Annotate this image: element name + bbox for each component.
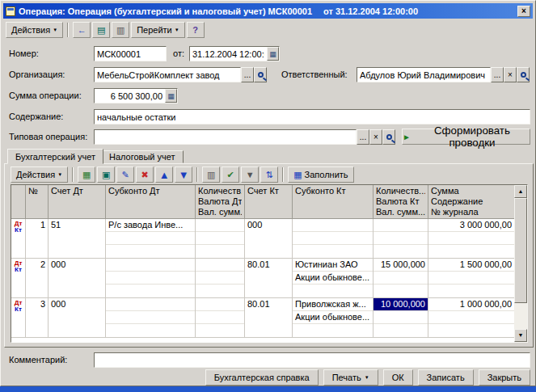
- amount-input[interactable]: [95, 89, 165, 103]
- responsible-clear-button[interactable]: ×: [504, 67, 517, 82]
- close-button[interactable]: Закрыть: [479, 369, 530, 386]
- actions-button[interactable]: Действия ▼: [6, 22, 63, 38]
- grid-actions-label: Действия: [16, 170, 55, 179]
- move-down-icon: ▼: [179, 169, 189, 181]
- back-button[interactable]: ←: [73, 22, 91, 38]
- col-qty-kt[interactable]: Количеств...Валюта КтВал. сумм...: [374, 185, 428, 219]
- move-down-button[interactable]: ▼: [175, 166, 192, 183]
- organization-input[interactable]: [94, 67, 241, 82]
- cell-num[interactable]: 2: [26, 259, 49, 297]
- journal-button[interactable]: ▤: [92, 22, 110, 38]
- col-num[interactable]: №: [26, 185, 49, 219]
- typical-choose-button[interactable]: ...: [357, 129, 369, 145]
- window-icon: [6, 6, 15, 16]
- toolbar-separator: [282, 167, 284, 182]
- cell-qty-dt[interactable]: [196, 259, 245, 297]
- scrollbar-thumb[interactable]: [514, 198, 527, 303]
- print-label: Печать: [332, 373, 361, 382]
- cell-qty-kt[interactable]: [374, 219, 428, 258]
- print-button[interactable]: Печать ▼: [323, 369, 378, 386]
- typical-operation-label: Типовая операция:: [9, 129, 87, 145]
- save-button[interactable]: Записать: [418, 369, 474, 386]
- generate-postings-button[interactable]: ► Сформировать проводки: [402, 129, 530, 145]
- col-sub-dt[interactable]: Субконто Дт: [106, 185, 196, 219]
- cell-qty-kt[interactable]: 15 000,000: [374, 259, 428, 297]
- comment-input[interactable]: [94, 352, 530, 368]
- edit-row-icon: ✎: [122, 170, 129, 180]
- scroll-down-icon[interactable]: ▼: [514, 329, 527, 342]
- cell-sub-kt[interactable]: Приволжская ж...Акции обыкнове...: [293, 298, 374, 337]
- fill-button[interactable]: ▦ Заполнить: [288, 166, 353, 183]
- ok-button[interactable]: ОК: [383, 369, 413, 386]
- interval-button[interactable]: ▥: [202, 166, 220, 183]
- cell-qty-dt[interactable]: [196, 298, 245, 337]
- col-acct-kt[interactable]: Счет Кт: [245, 185, 293, 219]
- tab-tax[interactable]: Налоговый учет: [101, 150, 184, 163]
- check-button[interactable]: ✔: [222, 166, 239, 183]
- col-acct-dt[interactable]: Счет Дт: [49, 185, 106, 219]
- journal-icon: ▤: [97, 25, 105, 36]
- magnifier-icon: [258, 72, 264, 78]
- typical-open-button[interactable]: [382, 129, 395, 145]
- help-button[interactable]: ?: [187, 22, 205, 38]
- cell-acct-dt[interactable]: 51: [49, 219, 106, 258]
- date-input[interactable]: [190, 47, 267, 61]
- cell-acct-dt[interactable]: 000: [49, 298, 106, 337]
- cell-qty-kt[interactable]: 10 000,000: [374, 298, 428, 337]
- cell-acct-kt[interactable]: 000: [245, 219, 293, 258]
- organization-choose-button[interactable]: ...: [241, 67, 254, 82]
- postings-button[interactable]: ▥: [112, 22, 129, 38]
- cell-acct-kt[interactable]: 80.01: [245, 298, 293, 337]
- content-input[interactable]: [94, 109, 530, 124]
- add-row-button[interactable]: ▦: [78, 166, 95, 183]
- filter-button[interactable]: ▼: [241, 166, 259, 183]
- col-sub-kt[interactable]: Субконто Кт: [293, 185, 374, 219]
- cell-sub-dt[interactable]: Р/с завода Инве...: [106, 219, 196, 258]
- cell-acct-kt[interactable]: 80.01: [245, 259, 293, 297]
- typical-clear-button[interactable]: ×: [369, 129, 382, 145]
- calendar-icon[interactable]: ▦: [267, 47, 279, 61]
- cell-qty-dt[interactable]: [196, 219, 245, 258]
- dt-kt-icon: ДтКт: [11, 259, 26, 297]
- edit-row-button[interactable]: ✎: [116, 166, 134, 183]
- cell-num[interactable]: 3: [26, 298, 49, 337]
- cell-sum[interactable]: 1 500 000,00: [428, 259, 514, 297]
- table-row[interactable]: ДтКт 3 000 80.01 Приволжская ж...Акции о…: [11, 298, 514, 338]
- cell-sub-dt[interactable]: [106, 259, 196, 297]
- vertical-scrollbar[interactable]: ▲ ▼: [514, 185, 527, 342]
- table-row[interactable]: ДтКт 2 000 80.01 Юстиниан ЗАОАкции обыкн…: [11, 259, 514, 298]
- cell-num[interactable]: 1: [26, 219, 49, 258]
- content-label: Содержание:: [9, 109, 63, 124]
- grid-actions-button[interactable]: Действия ▼: [11, 166, 68, 183]
- selected-cell[interactable]: 10 000,000: [374, 298, 428, 311]
- accounting-note-button[interactable]: Бухгалтерская справка: [205, 369, 319, 386]
- cell-sub-kt[interactable]: Юстиниан ЗАОАкции обыкнове...: [293, 259, 374, 297]
- cell-sum[interactable]: 1 000 000,00: [428, 298, 514, 337]
- close-icon[interactable]: ×: [517, 6, 530, 17]
- col-qty-dt[interactable]: Количеств...Валюта ДтВал. сумм...: [196, 185, 245, 219]
- organization-open-button[interactable]: [254, 67, 267, 82]
- cell-acct-dt[interactable]: 000: [49, 259, 106, 297]
- cell-sub-kt[interactable]: [293, 219, 374, 258]
- goto-button[interactable]: Перейти ▼: [131, 22, 185, 38]
- responsible-open-button[interactable]: [517, 67, 530, 82]
- delete-row-icon: ✖: [141, 170, 149, 180]
- help-icon: ?: [192, 25, 198, 35]
- cell-sub-dt[interactable]: [106, 298, 196, 337]
- table-row[interactable]: ДтКт 1 51 Р/с завода Инве... 000: [11, 219, 514, 259]
- typical-operation-input[interactable]: [94, 129, 357, 145]
- col-sum[interactable]: СуммаСодержание№ журнала: [428, 185, 514, 219]
- cell-sum[interactable]: 3 000 000,00: [428, 219, 514, 258]
- copy-row-button[interactable]: ▣: [97, 166, 115, 183]
- tab-accounting[interactable]: Бухгалтерский учет: [7, 149, 103, 164]
- move-up-button[interactable]: ▲: [155, 166, 173, 183]
- responsible-input[interactable]: [357, 67, 491, 82]
- responsible-choose-button[interactable]: ...: [491, 67, 504, 82]
- scroll-up-icon[interactable]: ▲: [514, 185, 527, 198]
- delete-row-button[interactable]: ✖: [136, 166, 154, 183]
- sort-button[interactable]: ⇅: [260, 166, 278, 183]
- number-input[interactable]: [94, 46, 167, 61]
- play-icon: ►: [403, 133, 411, 141]
- comment-label: Комментарий:: [9, 352, 67, 368]
- calculator-icon[interactable]: ▦: [165, 89, 177, 103]
